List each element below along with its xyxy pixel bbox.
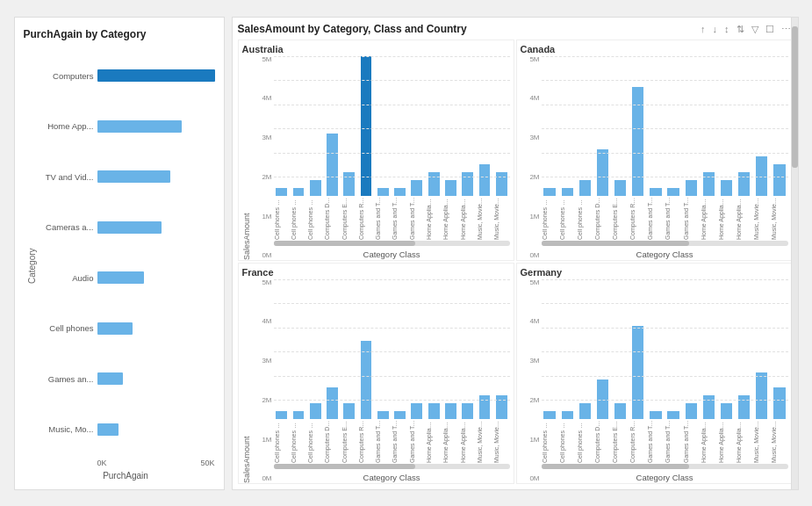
x-tick-label: Cell phones Regular xyxy=(307,419,323,463)
y-tick: 4M xyxy=(529,95,539,102)
x-tick-label: Games and Toys DeLuxe xyxy=(375,419,391,463)
scrollbar-thumb-h[interactable] xyxy=(542,464,690,469)
bar-fill xyxy=(97,170,170,183)
bar-row: Music, Mo... xyxy=(37,423,215,436)
bar-label: Computers xyxy=(37,71,94,81)
bar-column xyxy=(442,279,458,419)
chart-cell-germany: Germany5M4M3M2M1M0MCell phones DeLuxeCel… xyxy=(516,263,793,484)
bar-col-fill xyxy=(361,341,372,418)
bar-col-fill xyxy=(411,403,422,419)
scrollbar-h[interactable] xyxy=(274,464,510,469)
toolbar-icon[interactable]: ↕ xyxy=(722,23,731,35)
right-header: SalesAmount by Category, Class and Count… xyxy=(238,23,793,36)
x-tick-label: Computers DeLuxe xyxy=(324,419,340,463)
x-tick-label: Home Appliances DeLuxe xyxy=(701,419,717,463)
bar-column xyxy=(426,56,442,196)
bar-column xyxy=(324,279,340,419)
x-tick-label: Games and Toys Economy xyxy=(665,196,681,240)
x-tick-label: Home Appliances DeLuxe xyxy=(701,196,717,240)
country-label: Germany xyxy=(521,267,788,278)
bar-track xyxy=(97,69,215,82)
bar-col-fill xyxy=(756,372,767,419)
x-tick-label: Music, Movies and Audio... xyxy=(493,196,509,240)
bar-column xyxy=(460,279,476,419)
bar-column xyxy=(375,56,391,196)
bar-column xyxy=(274,56,290,196)
bar-col-fill xyxy=(462,403,473,419)
scrollbar-h[interactable] xyxy=(542,241,788,246)
bar-label: Audio xyxy=(37,273,94,283)
scrollbar-thumb-h[interactable] xyxy=(274,464,415,469)
bar-columns-row xyxy=(274,56,510,196)
x-tick-label: Games and Toys Regular xyxy=(683,196,700,240)
bar-col-fill xyxy=(343,172,355,196)
bar-column xyxy=(577,56,593,196)
x-tick-label: Games and Toys DeLuxe xyxy=(647,196,664,240)
bar-column xyxy=(665,279,681,419)
x-tick-label: Computers Regular xyxy=(629,196,646,240)
x-tick-label: Cell phones Economy xyxy=(559,196,576,240)
bar-column xyxy=(477,279,492,419)
bar-track xyxy=(97,372,215,385)
country-label: Canada xyxy=(521,44,788,54)
x-tick-label: Games and Toys Economy xyxy=(392,419,407,463)
x-tick-label: Cell phones Regular xyxy=(307,196,323,240)
y-tick: 4M xyxy=(262,318,271,325)
x-tick-label: Music, Movies and Audio... xyxy=(493,419,509,463)
bar-column xyxy=(291,279,306,419)
bar-fill xyxy=(97,372,123,385)
bar-label: Games an... xyxy=(37,374,94,384)
bar-fill xyxy=(97,221,162,234)
scrollbar-thumb[interactable] xyxy=(792,26,798,168)
toolbar-icon[interactable]: ☐ xyxy=(764,23,776,36)
toolbar-icon[interactable]: ⇅ xyxy=(735,23,746,36)
scrollbar-thumb-h[interactable] xyxy=(274,241,415,246)
bar-columns-row xyxy=(542,56,788,196)
bar-col-fill xyxy=(650,188,661,196)
y-ticks-col: 5M4M3M2M1M0M xyxy=(253,279,274,483)
bar-track xyxy=(97,120,215,133)
y-tick: 4M xyxy=(262,95,271,102)
x-tick-label: Computers DeLuxe xyxy=(324,196,340,240)
x-tick-label: Home Appliances Econo... xyxy=(442,419,458,463)
bar-col-fill xyxy=(686,403,697,419)
toolbar-icon[interactable]: ↑ xyxy=(699,23,708,35)
x-tick-label: Home Appliances Econo... xyxy=(718,196,735,240)
bar-column xyxy=(647,56,664,196)
bar-row: Cameras a... xyxy=(37,221,215,234)
bar-column xyxy=(542,56,558,196)
chart-inner: 5M4M3M2M1M0MCell phones DeLuxeCell phone… xyxy=(521,279,788,483)
x-tick-label: Music, Movies and Audio... xyxy=(753,196,770,240)
x-tick-label: Computers Regular xyxy=(358,196,374,240)
chart-inner: SalesAmount5M4M3M2M1M0MCell phones DeLux… xyxy=(242,56,510,260)
y-axis-container: SalesAmount5M4M3M2M1M0M xyxy=(242,56,274,260)
bar-col-fill xyxy=(667,188,679,196)
right-scrollbar[interactable] xyxy=(791,18,798,489)
y-tick: 3M xyxy=(529,134,539,141)
charts-grid: AustraliaSalesAmount5M4M3M2M1M0MCell pho… xyxy=(238,40,793,484)
x-tick-label: Music, Movies and Audio... xyxy=(477,419,492,463)
x-tick-label: Games and Toys Regular xyxy=(409,419,425,463)
x-tick-label: Cell phones Economy xyxy=(291,419,306,463)
bar-column xyxy=(307,56,323,196)
bar-row: Audio xyxy=(37,271,215,284)
bar-column xyxy=(559,279,576,419)
toolbar-icon[interactable]: ↓ xyxy=(711,23,720,35)
bar-fill xyxy=(97,322,133,335)
bar-row: Computers xyxy=(37,69,215,82)
scrollbar-h[interactable] xyxy=(542,464,788,469)
x-tick-label: Home Appliances Regular xyxy=(460,419,476,463)
x-tick-label: Computers Regular xyxy=(358,419,374,463)
x-tick-label: Games and Toys Economy xyxy=(392,196,407,240)
y-tick: 4M xyxy=(529,318,539,325)
scrollbar-h[interactable] xyxy=(274,241,510,246)
x-axis-category-title: Category Class xyxy=(274,470,510,483)
toolbar-icon[interactable]: ▽ xyxy=(750,23,760,36)
x-tick-label: Games and Toys DeLuxe xyxy=(647,419,664,463)
scrollbar-thumb-h[interactable] xyxy=(542,241,690,246)
bar-column xyxy=(753,56,770,196)
bar-column xyxy=(358,279,374,419)
bar-column xyxy=(559,56,576,196)
bars-outer: Cell phones DeLuxeCell phones EconomyCel… xyxy=(542,279,788,483)
bar-track xyxy=(97,170,215,183)
